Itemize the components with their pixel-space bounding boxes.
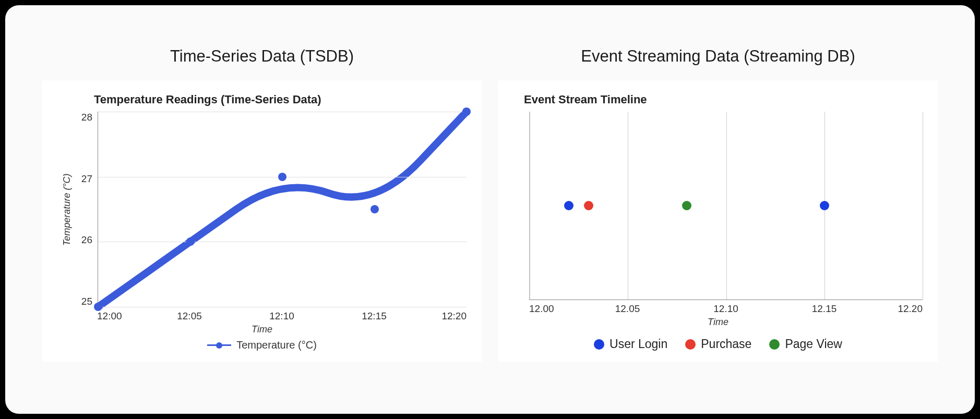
panel-timeseries: Time-Series Data (TSDB) Temperature Read… — [42, 47, 482, 362]
chart-box-right: Event Stream Timeline 12.0012.0512.1012.… — [498, 80, 938, 362]
x-tick: 12:05 — [144, 310, 236, 322]
legend-dot-icon — [769, 339, 780, 350]
event-point — [820, 201, 829, 210]
card-container: Time-Series Data (TSDB) Temperature Read… — [5, 5, 975, 414]
legend-label: Page View — [785, 337, 842, 351]
plot-wrap-right — [513, 112, 923, 300]
data-point — [94, 303, 102, 311]
legend-entry: User Login — [594, 337, 667, 351]
panel-eventstream: Event Streaming Data (Streaming DB) Even… — [498, 47, 938, 362]
x-tick: 12:15 — [328, 310, 421, 322]
grid-line — [726, 112, 727, 300]
x-tick: 12:00 — [97, 310, 144, 322]
panel-title-left: Time-Series Data (TSDB) — [170, 47, 354, 66]
plot-area-right — [529, 112, 923, 300]
y-tick: 28 — [81, 112, 92, 123]
x-tick: 12.10 — [677, 303, 775, 315]
legend-entry: Purchase — [685, 337, 751, 351]
chart-title-right: Event Stream Timeline — [524, 93, 923, 106]
y-ticks-left: 28 27 26 25 — [77, 112, 98, 307]
legend-dot-icon — [594, 339, 604, 350]
y-tick: 25 — [81, 296, 92, 307]
grid-line — [923, 112, 923, 300]
grid-line — [98, 307, 467, 307]
x-tick: 12:10 — [236, 310, 328, 322]
x-tick: 12.20 — [874, 303, 923, 315]
chart-box-left: Temperature Readings (Time-Series Data) … — [42, 80, 482, 362]
x-tick: 12:20 — [421, 310, 467, 322]
grid-line — [530, 112, 530, 300]
chart-title-left: Temperature Readings (Time-Series Data) — [94, 93, 467, 106]
x-tick: 12.05 — [578, 303, 677, 315]
legend-label: User Login — [609, 337, 667, 351]
below-plot-right: 12.0012.0512.1012.1512.20 Time User Logi… — [513, 300, 923, 351]
x-axis-label-right: Time — [513, 317, 923, 328]
panel-title-right: Event Streaming Data (Streaming DB) — [581, 47, 855, 66]
grid-line — [98, 112, 467, 112]
event-point — [682, 201, 691, 210]
x-ticks-left: 12:0012:0512:1012:1512:20 — [97, 307, 467, 322]
legend-entry: Page View — [769, 337, 842, 351]
x-tick: 12.15 — [775, 303, 874, 315]
grid-line — [98, 242, 467, 242]
line-path-svg — [98, 112, 467, 307]
plot-wrap-left: Temperature (°C) 28 27 26 25 — [57, 112, 467, 307]
legend-right: User LoginPurchasePage View — [513, 337, 923, 351]
x-ticks-right: 12.0012.0512.1012.1512.20 — [529, 300, 923, 315]
event-point — [564, 201, 573, 210]
plot-area-left — [98, 112, 467, 307]
below-plot-left: 12:0012:0512:1012:1512:20 Time Temperatu… — [57, 307, 467, 351]
legend-left: Temperature (°C) — [57, 339, 467, 351]
x-tick: 12.00 — [529, 303, 578, 315]
y-tick: 26 — [81, 234, 92, 246]
data-point — [462, 107, 471, 116]
x-axis-label-left: Time — [57, 324, 467, 335]
data-point — [371, 205, 379, 213]
y-tick: 27 — [81, 173, 92, 185]
y-axis-label-left: Temperature (°C) — [57, 112, 77, 307]
data-point — [278, 173, 286, 181]
legend-dot-icon — [685, 339, 696, 350]
event-point — [584, 201, 593, 210]
data-point — [186, 237, 195, 246]
legend-label: Purchase — [701, 337, 751, 351]
temperature-line — [98, 112, 467, 307]
legend-swatch-line-icon — [207, 344, 231, 346]
legend-label-left: Temperature (°C) — [236, 339, 317, 351]
grid-line — [628, 112, 628, 300]
